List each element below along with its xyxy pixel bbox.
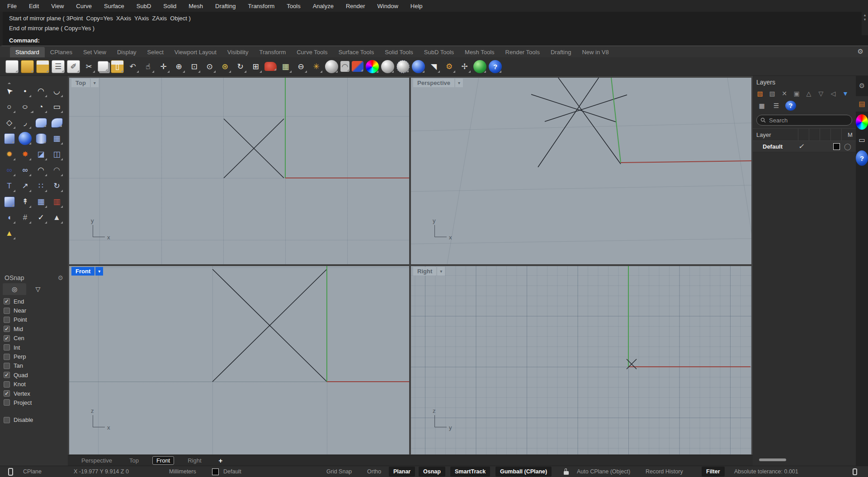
osnap-checkbox[interactable]	[4, 298, 10, 304]
display-options-icon[interactable]: ▦	[279, 60, 292, 73]
osnap-checkbox[interactable]	[4, 326, 10, 332]
color-wheel-tab-icon[interactable]	[856, 114, 868, 130]
new-layer-icon[interactable]: ▧	[755, 89, 765, 98]
ribbon-gear-icon[interactable]: ⚙	[858, 47, 863, 56]
block-icon[interactable]: ▥	[50, 195, 63, 208]
polygon-icon[interactable]: ◇	[3, 116, 16, 129]
osnap-option[interactable]: Tan	[0, 361, 68, 370]
viewport-right-label[interactable]: Right ▾	[413, 267, 445, 276]
status-cplane-pane[interactable]: CPlane	[23, 466, 42, 477]
menu-item[interactable]: Render	[346, 3, 365, 9]
ribbon-tab[interactable]: Mesh Tools	[459, 47, 500, 57]
osnap-checkbox[interactable]	[4, 344, 10, 351]
viewport-top-label[interactable]: Top ▾	[71, 79, 99, 87]
osnap-checkbox[interactable]	[4, 335, 10, 341]
menu-item[interactable]: View	[51, 3, 64, 9]
toggle-filter[interactable]: Filter	[702, 467, 725, 477]
ribbon-tab[interactable]: Set View	[78, 47, 112, 57]
osnap-disable-option[interactable]: Disable	[0, 416, 68, 425]
circle-icon[interactable]: ○	[3, 100, 16, 113]
rotate-view-icon[interactable]: ✛	[157, 60, 170, 73]
osnap-disable-checkbox[interactable]	[4, 417, 10, 423]
select-arrow-icon[interactable]: ➤	[0, 82, 19, 100]
fillet-corner-icon[interactable]: ◞	[19, 116, 32, 129]
osnap-option[interactable]: Knot	[0, 380, 68, 389]
menu-item[interactable]: Drafting	[215, 3, 236, 9]
zoom-back-icon[interactable]: ↻	[234, 60, 247, 73]
menu-item[interactable]: File	[7, 3, 17, 9]
check-icon[interactable]: ✓	[34, 211, 47, 224]
print-icon[interactable]: ☰	[52, 60, 65, 73]
osnap-option[interactable]: Perp	[0, 352, 68, 361]
paste-icon[interactable]: ▯	[111, 60, 124, 73]
lock-icon[interactable]	[564, 466, 569, 477]
extrude-icon[interactable]: ↟	[19, 195, 32, 208]
panel-gear-icon[interactable]: ⚙	[856, 78, 868, 94]
zoom-selected-icon[interactable]: ⊙	[203, 60, 216, 73]
osnap-tab-icon[interactable]: ◎	[3, 283, 26, 295]
toggle-osnap[interactable]: Osnap	[419, 467, 445, 477]
render-icon[interactable]	[352, 61, 363, 72]
display-tab-icon[interactable]: ▭	[856, 132, 868, 148]
viewport-front-label[interactable]: Front ▾	[71, 267, 103, 276]
copy-objects-icon[interactable]: ∷	[34, 179, 47, 192]
osnap-option[interactable]: Point	[0, 315, 68, 324]
menu-item[interactable]: Help	[410, 3, 423, 9]
menu-item[interactable]: Surface	[104, 3, 124, 9]
lamp-icon[interactable]	[325, 60, 338, 73]
menu-item[interactable]: Curve	[76, 3, 92, 9]
viewport-tab[interactable]: Perspective	[78, 457, 116, 464]
surface-from-points-icon[interactable]	[35, 118, 47, 128]
viewport-tab[interactable]: +	[215, 456, 226, 465]
ribbon-tab[interactable]: Standard	[10, 47, 45, 57]
viewport-front[interactable]: Front ▾ z x	[69, 266, 409, 454]
menu-item[interactable]: Tools	[287, 3, 300, 9]
spotlight-icon[interactable]: ◥	[427, 60, 440, 73]
osnap-checkbox[interactable]	[4, 317, 10, 323]
patch-grid-icon[interactable]: ▦	[50, 132, 63, 145]
rotate-icon[interactable]: ↻	[50, 179, 63, 192]
ellipse-icon[interactable]: ○	[16, 100, 34, 113]
ribbon-tab[interactable]: Surface Tools	[333, 47, 380, 57]
command-scrollbar[interactable]: ▴ ▾	[862, 12, 868, 35]
scroll-up-icon[interactable]: ▴	[864, 13, 866, 17]
status-units[interactable]: Millimeters	[169, 466, 196, 477]
explode-icon[interactable]: ✹	[3, 148, 16, 161]
gumball-widget-icon[interactable]: ✢	[458, 60, 471, 73]
command-prompt[interactable]: Command:	[0, 35, 868, 46]
cylinder-icon[interactable]	[36, 133, 47, 144]
layers-horizontal-scrollbar[interactable]	[759, 458, 786, 461]
zoom-window-icon[interactable]: ⊡	[188, 60, 201, 73]
curved-surface-icon[interactable]	[51, 118, 63, 128]
control-point-curve-icon[interactable]: ◠	[34, 84, 47, 98]
menu-item[interactable]: Mesh	[189, 3, 203, 9]
text-icon[interactable]: T	[3, 179, 16, 192]
viewport-title[interactable]: Front	[71, 267, 94, 276]
layer-material-icon[interactable]: ◯	[844, 143, 851, 150]
osnap-option[interactable]: Quad	[0, 370, 68, 379]
osnap-checkbox[interactable]	[4, 381, 10, 388]
osnap-checkbox[interactable]	[4, 354, 10, 360]
duplicate-layer-icon[interactable]: ▣	[791, 89, 802, 98]
blast-icon[interactable]: ✸	[19, 148, 32, 161]
viewport-perspective-label[interactable]: Perspective ▾	[413, 79, 463, 87]
earth-icon[interactable]	[473, 60, 486, 73]
move-down-icon[interactable]: ▽	[816, 89, 826, 98]
arc-icon[interactable]: ◔	[34, 100, 47, 113]
osnap-option[interactable]: Project	[0, 398, 68, 407]
osnap-option[interactable]: Near	[0, 306, 68, 315]
blend-curve-icon[interactable]: ◠	[34, 164, 47, 177]
cplane-icon[interactable]: ⊖	[294, 60, 307, 73]
color-wheel-icon[interactable]	[366, 60, 379, 73]
rendered-sphere-icon[interactable]	[396, 60, 410, 73]
pan-icon[interactable]: ☝	[142, 60, 155, 73]
ribbon-tab[interactable]: Viewport Layout	[169, 47, 222, 57]
ribbon-tab[interactable]: Solid Tools	[379, 47, 419, 57]
viewport-perspective[interactable]: Perspective ▾ y x	[411, 78, 751, 264]
osnap-option[interactable]: Vertex	[0, 389, 68, 398]
box-icon[interactable]	[4, 133, 15, 144]
status-panel-icon-right[interactable]	[853, 466, 857, 477]
osnap-gear-icon[interactable]: ⚙	[57, 274, 63, 281]
named-views-icon[interactable]	[264, 62, 277, 71]
open-file-icon[interactable]	[21, 60, 34, 73]
